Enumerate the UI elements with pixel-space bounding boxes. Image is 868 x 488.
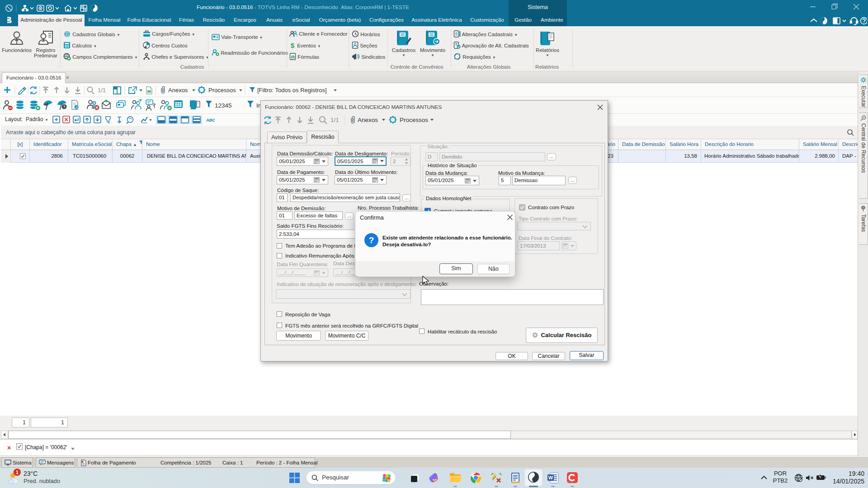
svg-text:Processos: Processos <box>208 87 236 94</box>
svg-text:1/1: 1/1 <box>98 87 106 94</box>
svg-text:[Filtro: Todos os Registros]: [Filtro: Todos os Registros] <box>257 87 327 94</box>
svg-text:Processos: Processos <box>400 117 428 123</box>
svg-text:1/1: 1/1 <box>330 117 339 123</box>
svg-text:W: W <box>548 475 553 480</box>
svg-text:ABC: ABC <box>206 118 215 122</box>
svg-text:Anexos: Anexos <box>168 87 188 94</box>
svg-text:12345: 12345 <box>215 102 232 109</box>
svg-text:fx: fx <box>292 56 294 59</box>
svg-text:Anexos: Anexos <box>358 117 378 123</box>
svg-text:$: $ <box>291 42 295 49</box>
